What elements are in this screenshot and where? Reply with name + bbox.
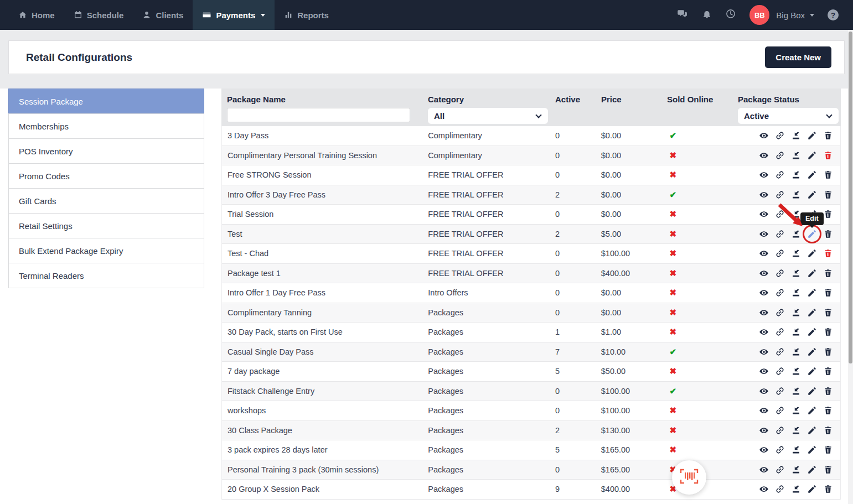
delete-button[interactable] [823, 406, 833, 415]
link-button[interactable] [775, 484, 785, 494]
import-button[interactable] [791, 406, 801, 415]
view-button[interactable] [759, 366, 769, 376]
import-button[interactable] [791, 327, 801, 337]
import-button[interactable] [791, 150, 801, 160]
link-button[interactable] [775, 248, 785, 258]
link-button[interactable] [775, 406, 785, 415]
edit-button[interactable] [807, 347, 817, 357]
link-button[interactable] [775, 288, 785, 298]
view-button[interactable] [759, 288, 769, 298]
edit-button[interactable] [807, 484, 817, 494]
sidebar-item[interactable]: Memberships [8, 113, 204, 139]
edit-button[interactable] [807, 445, 817, 455]
sidebar-item[interactable]: POS Inventory [8, 138, 204, 164]
link-button[interactable] [775, 308, 785, 318]
link-button[interactable] [775, 366, 785, 376]
link-button[interactable] [775, 386, 785, 396]
scrollbar[interactable] [849, 32, 852, 363]
import-button[interactable] [791, 170, 801, 180]
view-button[interactable] [759, 347, 769, 357]
account-menu[interactable]: Big Box [776, 11, 814, 20]
link-button[interactable] [775, 229, 785, 239]
edit-button[interactable] [807, 150, 817, 160]
edit-button[interactable] [807, 288, 817, 298]
link-button[interactable] [775, 190, 785, 200]
view-button[interactable] [759, 386, 769, 396]
delete-button[interactable] [823, 248, 833, 258]
import-button[interactable] [791, 347, 801, 357]
view-button[interactable] [759, 425, 769, 435]
avatar[interactable]: BB [749, 5, 769, 25]
delete-button[interactable] [823, 347, 833, 357]
delete-button[interactable] [823, 386, 833, 396]
import-button[interactable] [791, 425, 801, 435]
nav-item-clients[interactable]: Clients [133, 0, 193, 30]
import-button[interactable] [791, 308, 801, 318]
link-button[interactable] [775, 347, 785, 357]
view-button[interactable] [759, 445, 769, 455]
sidebar-item[interactable]: Session Package [8, 89, 204, 114]
sidebar-item[interactable]: Terminal Readers [8, 263, 204, 288]
view-button[interactable] [759, 484, 769, 494]
import-button[interactable] [791, 445, 801, 455]
view-button[interactable] [759, 190, 769, 200]
delete-button[interactable] [823, 484, 833, 494]
edit-button[interactable] [807, 131, 817, 141]
view-button[interactable] [759, 406, 769, 415]
import-button[interactable] [791, 288, 801, 298]
edit-button[interactable] [807, 366, 817, 376]
view-button[interactable] [759, 268, 769, 278]
edit-button[interactable] [807, 308, 817, 318]
link-button[interactable] [775, 268, 785, 278]
import-button[interactable] [791, 248, 801, 258]
edit-button[interactable] [807, 268, 817, 278]
sidebar-item[interactable]: Promo Codes [8, 163, 204, 189]
view-button[interactable] [759, 170, 769, 180]
edit-button[interactable] [807, 190, 817, 200]
nav-item-schedule[interactable]: Schedule [64, 0, 133, 30]
import-button[interactable] [791, 484, 801, 494]
import-button[interactable] [791, 366, 801, 376]
delete-button[interactable] [823, 465, 833, 475]
view-button[interactable] [759, 308, 769, 318]
view-button[interactable] [759, 327, 769, 337]
import-button[interactable] [791, 209, 801, 219]
nav-item-payments[interactable]: Payments [193, 0, 275, 30]
delete-button[interactable] [823, 170, 833, 180]
delete-button[interactable] [823, 131, 833, 141]
import-button[interactable] [791, 229, 801, 239]
edit-button[interactable] [807, 465, 817, 475]
delete-button[interactable] [823, 308, 833, 318]
link-button[interactable] [775, 131, 785, 141]
delete-button[interactable] [823, 425, 833, 435]
edit-button[interactable] [807, 425, 817, 435]
link-button[interactable] [775, 465, 785, 475]
edit-button[interactable] [807, 229, 817, 239]
package-name-input[interactable] [227, 108, 410, 122]
edit-button[interactable] [807, 406, 817, 415]
barcode-scan-button[interactable] [672, 460, 706, 495]
delete-button[interactable] [823, 327, 833, 337]
link-button[interactable] [775, 445, 785, 455]
view-button[interactable] [759, 248, 769, 258]
link-button[interactable] [775, 209, 785, 219]
create-new-button[interactable]: Create New [765, 46, 831, 68]
delete-button[interactable] [823, 190, 833, 200]
import-button[interactable] [791, 131, 801, 141]
delete-button[interactable] [823, 288, 833, 298]
link-button[interactable] [775, 170, 785, 180]
sidebar-item[interactable]: Retail Settings [8, 213, 204, 238]
import-button[interactable] [791, 190, 801, 200]
link-button[interactable] [775, 425, 785, 435]
import-button[interactable] [791, 386, 801, 396]
view-button[interactable] [759, 229, 769, 239]
import-button[interactable] [791, 465, 801, 475]
link-button[interactable] [775, 150, 785, 160]
help-button[interactable]: ? [828, 9, 839, 20]
category-select[interactable]: All [428, 108, 548, 124]
edit-button[interactable] [807, 386, 817, 396]
edit-button[interactable] [807, 170, 817, 180]
messages-button[interactable] [676, 8, 689, 22]
view-button[interactable] [759, 131, 769, 141]
sidebar-item[interactable]: Bulk Extend Package Expiry [8, 238, 204, 263]
